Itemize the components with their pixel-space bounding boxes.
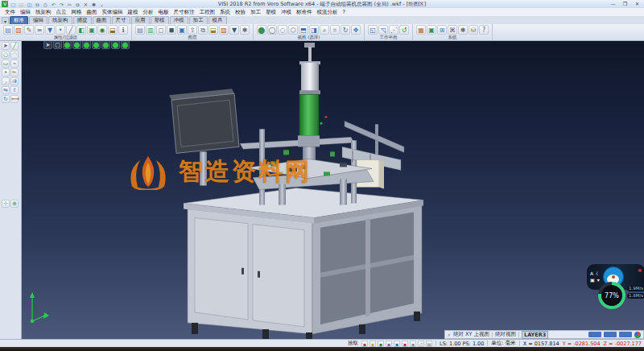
rotate-view-icon[interactable]: ↻	[341, 25, 350, 35]
toolbar-tab[interactable]: 标准	[10, 16, 28, 24]
menu-item[interactable]: 建模	[126, 9, 141, 16]
measure-icon[interactable]: ⟺	[10, 95, 19, 103]
layer-settings-icon[interactable]: ✱	[240, 25, 250, 35]
workplane-reset-icon[interactable]: ↺	[399, 25, 409, 35]
pen-style-icon[interactable]: ✎	[24, 25, 34, 35]
right-view-icon[interactable]: ⬤	[111, 40, 120, 49]
maximize-button[interactable]: ❐	[620, 1, 630, 7]
copy-icon[interactable]: ⧉	[74, 1, 81, 8]
snap-quad-icon[interactable]: ▪	[394, 341, 400, 347]
menu-item[interactable]: ?	[341, 9, 348, 15]
pan-view-icon[interactable]: ✥	[351, 25, 361, 35]
revolve-icon[interactable]: ↻	[2, 95, 10, 103]
minimize-button[interactable]: —	[608, 1, 618, 7]
layer-list-icon[interactable]: ▤	[135, 25, 145, 35]
iso-view-icon[interactable]: ⬤	[63, 40, 72, 49]
system-colors-icon[interactable]: ▦	[416, 25, 426, 35]
color-icon[interactable]: ▨	[14, 25, 23, 35]
menu-item[interactable]: 网格	[69, 9, 85, 16]
layer-copy-icon[interactable]: ⧉	[198, 25, 208, 35]
polyline-icon[interactable]: ⌁	[10, 60, 19, 68]
layer-move-icon[interactable]: ⇪	[188, 25, 197, 35]
menu-item[interactable]: 点云	[54, 9, 69, 16]
left-view-icon[interactable]: ⬤	[101, 40, 110, 49]
menu-item[interactable]: 塑模	[263, 9, 279, 16]
settings-icon[interactable]: ✱	[90, 1, 97, 8]
layer-lock-icon[interactable]: ⬓	[208, 25, 218, 35]
save-icon[interactable]: ◫	[26, 1, 33, 8]
snap-near-icon[interactable]: ⊞	[426, 341, 432, 347]
ucs-icon[interactable]: ⊹	[2, 200, 10, 208]
filter-line-icon[interactable]: ╱	[66, 25, 76, 35]
snap-intersect-icon[interactable]: ▪	[386, 341, 392, 347]
filter-solid-icon[interactable]: ▣	[87, 25, 97, 35]
point-icon[interactable]: •	[2, 68, 10, 76]
menu-item[interactable]: 编辑	[18, 9, 33, 16]
new-file-icon[interactable]: ▢	[10, 1, 17, 8]
circle-icon[interactable]: ○	[2, 51, 10, 59]
snap-tangent-icon[interactable]: ▪	[402, 341, 408, 347]
menu-item[interactable]: 模流分析	[315, 9, 341, 16]
menu-item[interactable]: 文件	[2, 9, 18, 16]
system-macro-icon[interactable]: ⌘	[448, 25, 457, 35]
line-weight-icon[interactable]: ≡	[35, 25, 44, 35]
toolbar-tab[interactable]: 曲面	[93, 16, 111, 24]
snap-end-icon[interactable]: ▪	[361, 341, 368, 347]
lock-icon[interactable]: ⬓	[108, 25, 118, 35]
toolbar-tab[interactable]: 模具	[208, 16, 227, 24]
cut-icon[interactable]: ✂	[66, 1, 73, 8]
origin-icon[interactable]: ⊕	[10, 200, 19, 208]
layer-filter-icon[interactable]: ▼	[229, 25, 239, 35]
menu-item[interactable]: 电极	[156, 9, 171, 16]
toolbar-tab[interactable]: 加工	[189, 16, 208, 24]
undo-icon[interactable]: ↶	[50, 1, 57, 8]
filter-all-icon[interactable]: ▼	[45, 25, 55, 35]
menu-item[interactable]: 校验	[233, 9, 248, 16]
delete-icon[interactable]: ✕	[82, 1, 89, 8]
system-calculator-icon[interactable]: ⊞	[437, 25, 447, 35]
fillet-icon[interactable]: ◞	[2, 77, 10, 85]
bounding-box-icon[interactable]: ▢	[53, 40, 62, 49]
toolbar-options-button[interactable]: ▾	[2, 17, 9, 24]
toolbar-tab[interactable]: 冲模	[170, 16, 188, 24]
toolbar-tab[interactable]: 捕捉	[73, 16, 92, 24]
toolbar-tab[interactable]: 应用	[131, 16, 150, 24]
view-top-icon[interactable]: ⬒	[299, 25, 308, 35]
attributes-icon[interactable]: ▤	[3, 25, 13, 35]
select-cursor-icon[interactable]: ➤	[43, 40, 52, 49]
view-preset-button[interactable]	[619, 332, 632, 337]
absolute-view-label[interactable]: 绝对视图	[495, 331, 516, 338]
zoom-window-icon[interactable]: ⌗	[330, 25, 340, 35]
snap-center-icon[interactable]: ▪	[378, 341, 384, 347]
viewport[interactable]: ➤▢⬤⬤⬤⬤⬤⬤⬤ 智造资料网 A ☾ ▣ ▾ 7	[21, 40, 644, 339]
system-help-icon[interactable]: ?	[479, 25, 489, 35]
menu-item[interactable]: 工程图	[197, 9, 218, 16]
system-settings-icon[interactable]: ✱	[458, 25, 468, 35]
search-icon[interactable]: ⌕	[448, 332, 451, 338]
current-layer-badge[interactable]: LAYER3	[522, 331, 548, 339]
layer-off-icon[interactable]: ◼	[167, 25, 176, 35]
select-icon[interactable]: ➤	[2, 42, 10, 50]
system-snapshot-icon[interactable]: ▣	[427, 25, 436, 35]
view-wireframe-icon[interactable]: ◯	[267, 25, 277, 35]
view-preset-button[interactable]	[604, 332, 617, 337]
print-icon[interactable]: ⎙	[42, 1, 49, 8]
offset-icon[interactable]: ⇉	[10, 77, 19, 85]
menu-item[interactable]: 加工	[248, 9, 263, 16]
workplane-3pt-icon[interactable]: ⋰	[389, 25, 398, 35]
toolbar-tab[interactable]: 尺寸	[112, 16, 130, 24]
menu-item[interactable]: 曲面	[85, 9, 100, 16]
menu-item[interactable]: 线架构	[33, 9, 54, 16]
snap-perp-icon[interactable]: ▪	[410, 341, 416, 347]
workplane-xy-icon[interactable]: ◱	[368, 25, 378, 35]
menu-item[interactable]: 尺寸标注	[171, 9, 197, 16]
absolute-xy-label[interactable]: 绝对 XY 上视图	[453, 331, 489, 338]
layer-current-icon[interactable]: ▣	[177, 25, 187, 35]
zoom-fit-icon[interactable]: ⌕	[320, 25, 329, 35]
layer-color-icon[interactable]: ▨	[219, 25, 229, 35]
view-hidden-line-icon[interactable]: ◌	[278, 25, 287, 35]
menu-item[interactable]: 实体编辑	[100, 9, 126, 16]
layer-new-icon[interactable]: ▥	[146, 25, 155, 35]
arc-icon[interactable]: ◠	[10, 51, 19, 59]
view-front-icon[interactable]: ◨	[309, 25, 319, 35]
